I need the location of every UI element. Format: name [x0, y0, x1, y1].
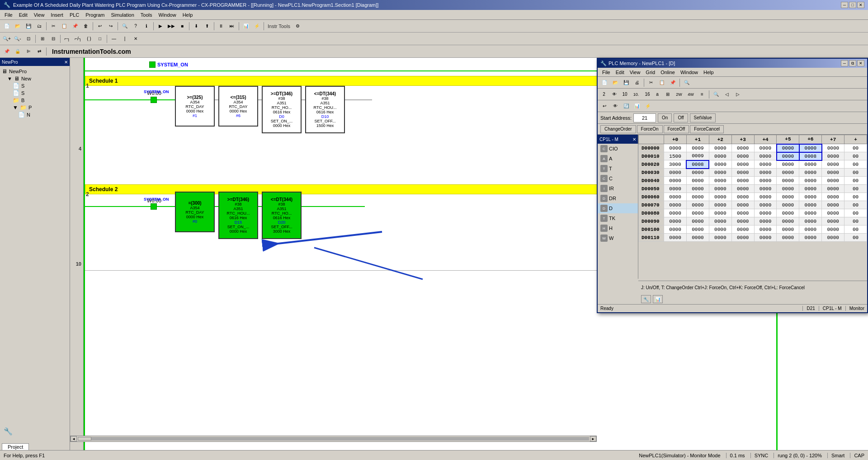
mem-cell[interactable]: 0000	[754, 201, 777, 209]
lock-btn[interactable]: 🔒	[13, 47, 23, 56]
plc-tb3-2[interactable]: 👁	[610, 101, 620, 111]
run-btn[interactable]: ▶▶	[166, 21, 176, 31]
mem-cell[interactable]: 0000	[686, 217, 709, 225]
cp1l-h[interactable]: H H	[598, 223, 638, 233]
mem-cell[interactable]: 1500	[664, 152, 687, 160]
mem-cell[interactable]: 0000	[709, 177, 731, 185]
mem-cell[interactable]: 0000	[777, 185, 799, 193]
plc-tb-6[interactable]: 📋	[657, 78, 667, 88]
mem-cell[interactable]: 00	[844, 209, 867, 217]
mem-cell[interactable]: 00	[844, 225, 867, 234]
redo-btn[interactable]: ↪	[106, 21, 116, 31]
mem-cell[interactable]: 0000	[777, 193, 799, 201]
mem-cell[interactable]: 00	[844, 160, 867, 169]
cp1l-w[interactable]: W W	[598, 233, 638, 243]
grid-btn[interactable]: ⊞	[38, 34, 47, 44]
find-btn[interactable]: 🔍	[120, 21, 130, 31]
save-all-btn[interactable]: 🗂	[34, 21, 44, 31]
mem-cell[interactable]: 0000	[822, 185, 844, 193]
plc-fmt-10[interactable]: 10	[620, 90, 629, 99]
force-on-btn[interactable]: ForceOn	[637, 125, 663, 133]
plc-search-prev[interactable]: ◁	[722, 89, 732, 99]
settings-btn[interactable]: ⚙	[293, 21, 303, 31]
mem-cell[interactable]: 0000	[664, 209, 687, 217]
mem-cell[interactable]: 0000	[777, 160, 799, 169]
mem-cell[interactable]: 0000	[799, 225, 822, 234]
plc-icon-1[interactable]: 🔧	[641, 295, 651, 303]
menu-plc[interactable]: PLC	[67, 11, 82, 19]
scroll-thumb[interactable]	[78, 437, 91, 441]
mem-cell[interactable]: 0000	[799, 201, 822, 209]
mem-cell[interactable]: 0000	[822, 152, 844, 160]
mem-cell[interactable]: 0000	[777, 217, 799, 225]
mem-cell[interactable]: 00	[844, 185, 867, 193]
plc-menu-file[interactable]: File	[599, 69, 613, 76]
mem-cell[interactable]: 0000	[664, 201, 687, 209]
plc-fmt-16[interactable]: 16	[643, 90, 652, 99]
download-btn[interactable]: ⬇	[191, 21, 201, 31]
plc-search-next[interactable]: ▷	[733, 89, 743, 99]
upload-btn[interactable]: ⬆	[202, 21, 212, 31]
mem-cell[interactable]: 0000	[822, 209, 844, 217]
cp1l-close-icon[interactable]: ✕	[632, 137, 636, 142]
mem-cell[interactable]: 0000	[754, 234, 777, 242]
mem-cell[interactable]: 0000	[664, 177, 687, 185]
mem-cell[interactable]: 0000	[754, 217, 777, 225]
plc-tb-7[interactable]: 📌	[668, 78, 678, 88]
contact-no-btn[interactable]: ⌐┐	[62, 34, 72, 44]
plc-close-btn[interactable]: ✕	[857, 60, 864, 66]
scroll-track[interactable]	[78, 437, 589, 441]
cp1l-tk[interactable]: T TK	[598, 213, 638, 223]
project-tab[interactable]: Project	[2, 443, 29, 450]
mem-cell[interactable]: 0000	[799, 177, 822, 185]
mem-cell[interactable]: 0000	[799, 217, 822, 225]
flip-btn[interactable]: ⇄	[34, 47, 44, 56]
compile-btn[interactable]: ▶	[156, 21, 165, 31]
mem-cell[interactable]: 0000	[754, 193, 777, 201]
mem-cell[interactable]: 0000	[777, 201, 799, 209]
mem-cell[interactable]: 0000	[754, 169, 777, 177]
tree-item-s2[interactable]: 📄 S	[2, 89, 68, 97]
zoom-in-btn[interactable]: 🔍+	[2, 34, 12, 44]
mem-cell[interactable]: 0000	[709, 169, 731, 177]
menu-file[interactable]: File	[2, 11, 15, 19]
mem-cell[interactable]: 0000	[731, 160, 754, 169]
plc-tb-8[interactable]: 🔍	[682, 78, 692, 88]
change-order-btn[interactable]: ChangeOrder	[600, 125, 636, 133]
tree-item-s1[interactable]: 📄 S	[2, 82, 68, 89]
mem-cell[interactable]: 0000	[664, 193, 687, 201]
mem-cell[interactable]: 0000	[664, 185, 687, 193]
no-wire-btn[interactable]: ✕	[131, 34, 141, 44]
mem-cell[interactable]: 0000	[709, 152, 731, 160]
menu-program[interactable]: Program	[83, 11, 107, 19]
mem-cell[interactable]: 0000	[686, 234, 709, 242]
memory-table-container[interactable]: +0 +1 +2 +3 +4 +5 +6 +7 + D0000000000009…	[638, 135, 867, 279]
zoom-out-btn[interactable]: 🔍-	[13, 34, 23, 44]
tree-item-p[interactable]: ▼ 📁 P	[2, 104, 68, 111]
mem-cell[interactable]: 0000	[731, 169, 754, 177]
v-wire-btn[interactable]: |	[120, 34, 130, 44]
mem-cell[interactable]: 00	[844, 152, 867, 160]
mem-cell[interactable]: 0000	[686, 209, 709, 217]
mem-cell[interactable]: 0000	[822, 177, 844, 185]
undo-btn[interactable]: ↩	[95, 21, 105, 31]
menu-edit[interactable]: Edit	[16, 11, 30, 19]
mem-cell[interactable]: 0000	[731, 193, 754, 201]
mem-cell[interactable]: 0000	[799, 234, 822, 242]
on-btn[interactable]: On	[658, 113, 672, 122]
mem-cell[interactable]: 0000	[731, 201, 754, 209]
mem-cell[interactable]: 0000	[709, 201, 731, 209]
mem-cell[interactable]: 0008	[799, 152, 822, 160]
mem-cell[interactable]: 0000	[731, 225, 754, 234]
mem-cell[interactable]: 0000	[664, 217, 687, 225]
plc-fmt-2w[interactable]: 2W	[674, 89, 684, 99]
mem-cell[interactable]: 3000	[664, 160, 687, 169]
mem-cell[interactable]: 0000	[777, 152, 799, 160]
mem-cell[interactable]: 0000	[777, 169, 799, 177]
set-value-btn[interactable]: SetValue	[690, 113, 716, 122]
plc-tb-1[interactable]: 📄	[599, 78, 609, 88]
mem-cell[interactable]: 0000	[731, 144, 754, 152]
mem-cell[interactable]: 0000	[822, 201, 844, 209]
stop-btn[interactable]: ■	[177, 21, 187, 31]
menu-insert[interactable]: Insert	[48, 11, 66, 19]
